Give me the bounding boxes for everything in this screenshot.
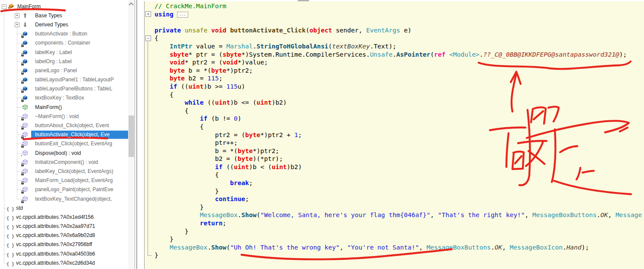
tree-item-label: MainForm xyxy=(17,3,41,10)
tree-item-initializecomponent-void[interactable]: InitializeComponent() : void xyxy=(0,157,128,167)
tree-item-labelkey-label[interactable]: labelKey : Label xyxy=(0,48,128,57)
code-line[interactable]: void* ptr2 = (void*)value; xyxy=(155,58,642,67)
tree-item-label: std xyxy=(16,205,23,211)
tree-item-label: vc.cppcli.attributes.?A0x1ed4f156 xyxy=(16,214,93,220)
tree-item-dispose-bool-void[interactable]: *Dispose(bool) : void xyxy=(0,148,128,157)
method-lock-icon xyxy=(22,168,29,175)
namespace-icon: { } xyxy=(6,241,13,248)
code-line[interactable]: } xyxy=(155,251,642,259)
fold-minus-icon[interactable]: − xyxy=(145,35,151,41)
method-lock-icon xyxy=(22,131,29,138)
code-line[interactable]: if ((uint)b >= 115u) xyxy=(155,83,642,91)
pane-splitter[interactable] xyxy=(136,0,137,269)
code-line[interactable]: while ((uint)b <= (uint)b2) xyxy=(155,99,642,107)
tree-item-label: InitializeComponent() : void xyxy=(35,159,98,165)
code-line[interactable]: byte b2 = 115; xyxy=(155,74,642,83)
scrollbar-thumb[interactable] xyxy=(129,115,134,157)
code-line[interactable]: private unsafe void buttonActivate_Click… xyxy=(155,26,642,35)
collapse-box-icon[interactable]: − xyxy=(2,4,6,9)
code-line[interactable]: } xyxy=(155,187,642,195)
tree-item-mainform-void[interactable]: ~MainForm() : void xyxy=(0,112,128,121)
tree-connector xyxy=(17,116,22,117)
tree-item-mainform[interactable]: −MainForm xyxy=(0,2,128,11)
tree-item-vc-cppcli-attributes-a0x6a9b02d8[interactable]: { }vc.cppcli.attributes.?A0x6a9b02d8 xyxy=(0,231,128,240)
tree-connector xyxy=(17,107,22,108)
tree-item-std[interactable]: { }std xyxy=(0,203,128,212)
code-line[interactable]: return; xyxy=(155,219,642,227)
tree-item-label: Base Types xyxy=(35,13,62,19)
derived-types-icon xyxy=(22,21,29,28)
tree-guide-root xyxy=(4,9,4,263)
code-line[interactable]: using... xyxy=(155,10,642,19)
code-line[interactable]: break; xyxy=(155,179,642,187)
field-icon xyxy=(22,39,29,46)
tree-item-panellogo-panel[interactable]: panelLogo : Panel xyxy=(0,66,128,75)
code-line[interactable]: if (b != 0) xyxy=(155,115,642,123)
tree-items: −MainForm+Base Types+Derived Typesbutton… xyxy=(0,2,128,267)
tree-item-panellogo-paint-object-painteve[interactable]: panelLogo_Paint(object, PaintEve xyxy=(0,185,128,194)
tree-item-label: buttonExit_Click(object, EventArg xyxy=(35,141,112,147)
tree-item-base-types[interactable]: +Base Types xyxy=(0,11,128,20)
tree-item-buttonactivate-button[interactable]: buttonActivate : Button xyxy=(0,29,128,38)
tree-item-vc-cppcli-attributes-a0xa04503b6[interactable]: { }vc.cppcli.attributes.?A0xa04503b6 xyxy=(0,249,128,258)
tree-item-derived-types[interactable]: +Derived Types xyxy=(0,20,128,29)
tree-scrollbar[interactable] xyxy=(128,0,135,269)
code-line[interactable]: // CrackMe.MainForm xyxy=(155,2,642,10)
tree-item-vc-cppcli-attributes-a0xc2d6d34d[interactable]: { }vc.cppcli.attributes.?A0xc2d6d34d xyxy=(0,258,128,267)
field-icon xyxy=(22,94,29,101)
tree-item-buttonactivate-click-object-eve[interactable]: buttonActivate_Click(object, Eve xyxy=(0,130,128,139)
code-line[interactable]: byte b = *(byte*)ptr2; xyxy=(155,67,642,75)
code-line[interactable]: IntPtr value = Marshal.StringToHGlobalAn… xyxy=(155,42,642,51)
tree-item-labelkey-click-object-eventargs[interactable]: labelKey_Click(object, EventArgs) xyxy=(0,167,128,176)
code-lines: // CrackMe.MainFormusing...private unsaf… xyxy=(155,2,642,259)
tree-item-mainform-load-object-eventarg[interactable]: MainForm_Load(object, EventArg xyxy=(0,176,128,185)
tree-item-textboxkey-textchanged-object[interactable]: textBoxKey_TextChanged(object, xyxy=(0,194,128,203)
tree-item-labelorg-label[interactable]: labelOrg : Label xyxy=(0,57,128,66)
tree-item-label: MainForm() xyxy=(35,104,62,110)
method-star-icon: * xyxy=(22,150,29,157)
code-line[interactable]: { xyxy=(155,171,642,179)
tree-item-buttonexit-click-object-eventarg[interactable]: buttonExit_Click(object, EventArg xyxy=(0,139,128,148)
type-member-tree[interactable]: −MainForm+Base Types+Derived Typesbutton… xyxy=(0,0,128,269)
code-line[interactable]: } xyxy=(155,203,642,211)
code-line[interactable]: b2 = (byte)(*ptr); xyxy=(155,155,642,163)
code-line[interactable]: ptr++; xyxy=(155,139,642,147)
tree-item-buttonabout-click-object-event[interactable]: buttonAbout_Click(object, Event xyxy=(0,121,128,130)
code-line[interactable]: ptr2 = (byte*)ptr2 + 1; xyxy=(155,131,642,139)
scroll-up-icon[interactable] xyxy=(129,2,133,6)
code-line[interactable]: continue; xyxy=(155,195,642,203)
tree-item-components-container[interactable]: components : Container xyxy=(0,38,128,48)
tree-item-vc-cppcli-attributes-a0x27956bff[interactable]: { }vc.cppcli.attributes.?A0x27956bff xyxy=(0,240,128,249)
tree-item-vc-cppcli-attributes-a0x2aa97d71[interactable]: { }vc.cppcli.attributes.?A0x2aa97d71 xyxy=(0,222,128,231)
tree-connector xyxy=(17,70,22,71)
namespace-icon: { } xyxy=(6,232,13,239)
tree-item-mainform[interactable]: MainForm() xyxy=(0,102,128,112)
code-line[interactable]: } xyxy=(155,235,642,243)
tree-connector xyxy=(17,98,22,98)
fold-plus-icon[interactable]: + xyxy=(145,11,151,17)
expand-box-icon[interactable]: + xyxy=(15,22,19,27)
code-line[interactable]: if ((uint)b < (uint)b2) xyxy=(155,163,642,171)
tree-item-vc-cppcli-attributes-a0x1ed4f156[interactable]: { }vc.cppcli.attributes.?A0x1ed4f156 xyxy=(0,212,128,221)
code-line[interactable] xyxy=(155,18,642,26)
code-line[interactable]: { xyxy=(155,34,642,42)
code-line[interactable]: b = *(byte*)ptr2; xyxy=(155,147,642,155)
code-line[interactable]: { xyxy=(155,123,642,131)
code-line[interactable]: MessageBox.Show("Welcome, Santa, here's … xyxy=(155,211,642,219)
code-line[interactable]: sbyte* ptr = (sbyte*)System.Runtime.Comp… xyxy=(155,51,642,59)
tree-item-label: vc.cppcli.attributes.?A0x27956bff xyxy=(16,241,92,247)
decompiled-code-pane[interactable]: // CrackMe.MainFormusing...private unsaf… xyxy=(144,0,644,269)
code-line[interactable]: } xyxy=(155,227,642,236)
expand-box-icon[interactable]: + xyxy=(15,13,19,18)
field-icon xyxy=(22,58,29,65)
code-line[interactable]: { xyxy=(155,91,642,99)
code-line[interactable]: { xyxy=(155,107,642,115)
tree-item-tablelayoutpanel1-tablelayoutp[interactable]: tableLayoutPanel1 : TableLayoutP xyxy=(0,75,128,84)
code-line[interactable]: MessageBox.Show("Uh Oh! That's the wrong… xyxy=(155,243,642,252)
tree-item-textboxkey-textbox[interactable]: textBoxKey : TextBox xyxy=(0,93,128,102)
collapsed-usings-icon[interactable]: ... xyxy=(177,12,188,18)
tree-connector xyxy=(17,199,22,199)
field-icon xyxy=(22,67,29,74)
tree-item-label: tableLayoutPanel1 : TableLayoutP xyxy=(35,77,114,83)
tree-item-tablelayoutpanelbuttons-tablel[interactable]: tableLayoutPanelButtons : TableL xyxy=(0,84,128,93)
